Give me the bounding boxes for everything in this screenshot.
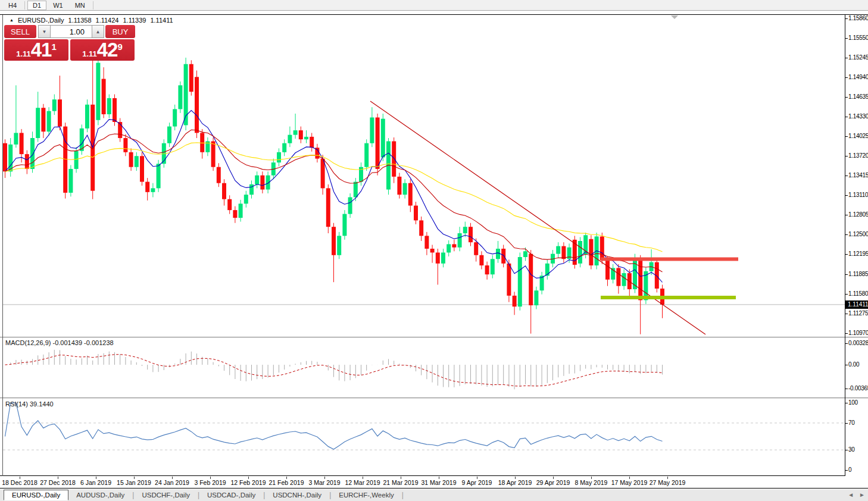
candle <box>151 188 155 192</box>
price-axis-label: 1.15245 <box>848 54 868 61</box>
price-axis-tick <box>845 333 848 334</box>
price-axis-label: 1.13720 <box>848 152 868 159</box>
buy-price-tile[interactable]: 1.11 42 9 <box>70 39 135 61</box>
chart-symbol-label: EURUSD-,Daily <box>18 17 64 24</box>
tab-audusd-daily[interactable]: AUDUSD-,Daily <box>68 490 132 500</box>
timeframe-button-w1[interactable]: W1 <box>48 1 68 10</box>
candle <box>474 242 478 255</box>
candle <box>58 99 62 126</box>
macd-indicator-canvas[interactable] <box>3 338 845 397</box>
price-axis-tick <box>845 117 848 117</box>
candle <box>326 188 330 227</box>
candle <box>189 64 193 92</box>
tab-scroll-arrows: ◄ ► <box>848 491 865 498</box>
toolbar-separator <box>93 1 93 10</box>
resistance-line-object[interactable] <box>601 257 738 261</box>
date-axis[interactable]: 18 Dec 201827 Dec 20186 Jan 201915 Jan 2… <box>0 477 845 487</box>
candle <box>200 133 204 152</box>
date-axis-label: 12 Feb 2019 <box>231 479 266 486</box>
price-axis-tick <box>845 97 848 98</box>
sell-button[interactable]: SELL <box>4 25 36 38</box>
candle <box>96 63 100 120</box>
price-axis-label: 1.11580 <box>848 290 868 297</box>
rsi-indicator-canvas[interactable] <box>3 399 845 475</box>
timeframe-toolbar: H4D1W1MN <box>0 0 868 11</box>
price-axis-label: 1.14940 <box>848 74 868 80</box>
candle <box>102 79 106 114</box>
macd-label: MACD(12,26,9) -0.001439 -0.001238 <box>5 339 114 346</box>
candle <box>370 117 374 143</box>
candle <box>430 249 435 252</box>
candle <box>392 141 396 176</box>
price-axis-tick <box>845 38 848 39</box>
tab-scroll-right-icon[interactable]: ► <box>859 491 865 498</box>
date-axis-label: 21 Feb 2019 <box>269 479 304 486</box>
price-axis-label: 1.13110 <box>848 192 868 198</box>
price-axis-tick <box>845 77 848 78</box>
candle <box>277 152 281 162</box>
tab-usdchf-daily[interactable]: USDCHF-,Daily <box>134 490 198 500</box>
candle <box>85 105 89 129</box>
date-axis-label: 29 Apr 2019 <box>536 479 570 486</box>
candle <box>414 206 418 221</box>
chart-shift-marker-icon[interactable] <box>671 15 678 19</box>
macd-axis[interactable]: 0.003280.00-0.00365 <box>845 338 868 397</box>
candle <box>348 197 352 214</box>
tab-usdcnh-daily[interactable]: USDCNH-,Daily <box>265 490 329 500</box>
candle <box>20 133 24 154</box>
sell-price-tile[interactable]: 1.11 41 1 <box>4 39 68 61</box>
rsi-axis-label: 70 <box>848 419 855 426</box>
price-axis[interactable]: 1.158601.155501.152451.149401.146351.143… <box>845 15 868 336</box>
candle <box>107 98 111 114</box>
sell-price-big: 41 <box>31 39 52 61</box>
price-chart-canvas[interactable] <box>3 15 845 336</box>
buy-price-sup: 9 <box>117 42 122 52</box>
price-axis-label: 1.15550 <box>848 35 868 41</box>
rsi-axis-tick <box>845 403 848 403</box>
candle <box>545 264 549 276</box>
rsi-axis[interactable]: 10070300 <box>845 399 868 475</box>
price-axis-label: 1.12805 <box>848 211 868 218</box>
price-axis-tick <box>845 274 848 275</box>
sell-price-sup: 1 <box>51 42 56 52</box>
candle <box>452 244 456 247</box>
candle <box>52 99 57 111</box>
tab-usdcad-daily[interactable]: USDCAD-,Daily <box>199 490 263 500</box>
macd-axis-label: 0.00328 <box>848 340 868 346</box>
price-axis-tick <box>845 215 848 215</box>
candle <box>332 227 336 255</box>
price-axis-tick <box>845 195 848 196</box>
date-axis-label: 3 Feb 2019 <box>194 479 226 486</box>
candle <box>239 203 243 218</box>
candle <box>157 164 161 188</box>
timeframe-button-h4[interactable]: H4 <box>3 1 22 10</box>
volume-increase-button[interactable]: ▲ <box>92 25 104 38</box>
tab-eurchf-weekly[interactable]: EURCHF-,Weekly <box>331 490 401 500</box>
candle <box>140 156 144 181</box>
symbol-arrow-icon: ▲ <box>10 18 14 22</box>
candle <box>227 199 232 210</box>
rsi-axis-label: 0 <box>848 466 851 473</box>
date-axis-label: 18 Apr 2019 <box>498 479 532 486</box>
candle <box>260 176 264 190</box>
candle <box>655 262 659 289</box>
timeframe-button-mn[interactable]: MN <box>70 1 90 10</box>
candle <box>63 127 67 193</box>
tab-scroll-left-icon[interactable]: ◄ <box>848 491 854 498</box>
price-axis-tick <box>845 58 848 58</box>
buy-button[interactable]: BUY <box>105 25 135 38</box>
candle <box>282 143 286 152</box>
volume-input[interactable] <box>51 25 92 38</box>
price-axis-label: 1.15860 <box>848 15 868 21</box>
candle <box>616 268 620 286</box>
candle <box>534 290 538 305</box>
candle <box>25 154 29 169</box>
candle <box>354 182 358 198</box>
date-axis-label: 8 May 2019 <box>575 479 608 486</box>
tab-eurusd-daily[interactable]: EURUSD-,Daily <box>4 490 68 500</box>
volume-decrease-button[interactable]: ▼ <box>38 25 51 38</box>
support-line-object[interactable] <box>601 296 736 299</box>
date-axis-label: 15 Jan 2019 <box>117 479 151 486</box>
timeframe-button-d1[interactable]: D1 <box>27 1 46 10</box>
price-axis-tick <box>845 234 848 235</box>
